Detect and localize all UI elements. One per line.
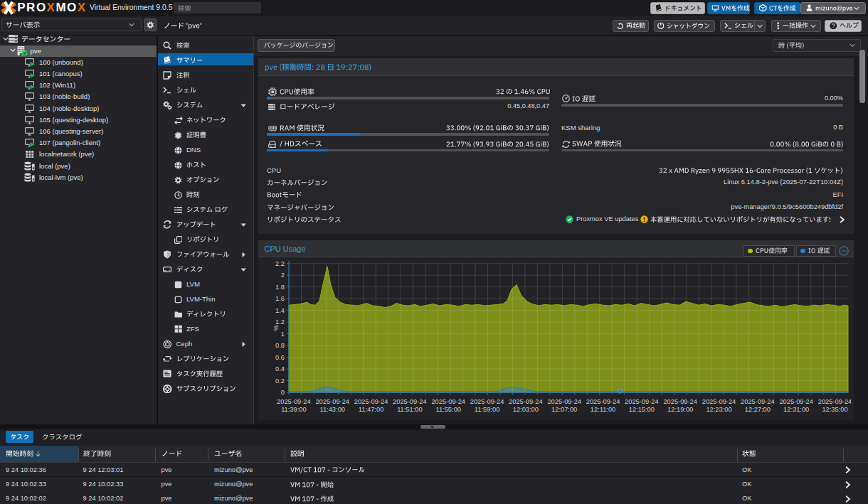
svg-text:0.6: 0.6	[275, 354, 285, 361]
svg-text:12:15:00: 12:15:00	[629, 406, 655, 413]
svg-text:%: %	[273, 325, 280, 331]
svg-text:2025-09-24: 2025-09-24	[393, 397, 427, 404]
svg-text:0.2: 0.2	[275, 377, 285, 385]
svg-text:2025-09-24: 2025-09-24	[315, 397, 349, 404]
svg-text:2025-09-24: 2025-09-24	[625, 397, 659, 404]
svg-text:11:55:00: 11:55:00	[435, 406, 461, 413]
svg-text:11:51:00: 11:51:00	[397, 406, 423, 413]
svg-text:12:31:00: 12:31:00	[783, 406, 809, 413]
svg-text:12:11:00: 12:11:00	[591, 406, 616, 413]
svg-text:2025-09-24: 2025-09-24	[277, 397, 311, 404]
svg-text:2025-09-24: 2025-09-24	[470, 397, 504, 404]
svg-text:12:35:00: 12:35:00	[822, 406, 847, 413]
svg-text:12:07:00: 12:07:00	[551, 406, 577, 413]
svg-text:2025-09-24: 2025-09-24	[509, 397, 543, 404]
svg-text:12:27:00: 12:27:00	[745, 406, 771, 413]
svg-text:1: 1	[281, 331, 285, 338]
svg-text:11:59:00: 11:59:00	[475, 406, 500, 413]
svg-text:0: 0	[281, 389, 285, 396]
svg-text:2025-09-24: 2025-09-24	[547, 397, 581, 404]
svg-text:2.2: 2.2	[275, 260, 285, 267]
svg-text:2025-09-24: 2025-09-24	[431, 397, 465, 404]
svg-text:11:43:00: 11:43:00	[319, 406, 345, 413]
svg-text:1.8: 1.8	[275, 284, 285, 291]
svg-text:11:47:00: 11:47:00	[359, 406, 384, 413]
svg-text:1.4: 1.4	[275, 307, 285, 314]
svg-text:1.6: 1.6	[275, 295, 285, 302]
svg-text:2025-09-24: 2025-09-24	[818, 397, 851, 404]
svg-text:12:19:00: 12:19:00	[667, 406, 693, 413]
svg-text:12:23:00: 12:23:00	[706, 406, 731, 413]
svg-text:1.2: 1.2	[275, 318, 285, 326]
svg-text:2025-09-24: 2025-09-24	[663, 397, 697, 404]
svg-text:2025-09-24: 2025-09-24	[354, 397, 388, 404]
svg-text:11:39:00: 11:39:00	[281, 406, 307, 413]
svg-text:2025-09-24: 2025-09-24	[741, 397, 775, 404]
svg-text:0.4: 0.4	[275, 365, 285, 372]
svg-text:12:03:00: 12:03:00	[513, 406, 539, 413]
svg-text:2025-09-24: 2025-09-24	[702, 397, 736, 404]
svg-text:2: 2	[281, 272, 285, 279]
svg-text:2025-09-24: 2025-09-24	[779, 397, 813, 404]
svg-text:2025-09-24: 2025-09-24	[586, 397, 620, 404]
svg-text:0.8: 0.8	[275, 342, 285, 349]
